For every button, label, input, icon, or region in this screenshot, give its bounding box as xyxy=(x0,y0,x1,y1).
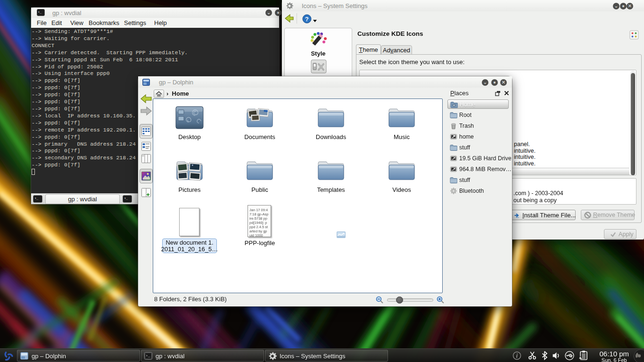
svg-text:›_: ›_ xyxy=(146,354,150,358)
svg-text:?: ? xyxy=(305,16,309,23)
svg-text:i: i xyxy=(516,353,518,359)
